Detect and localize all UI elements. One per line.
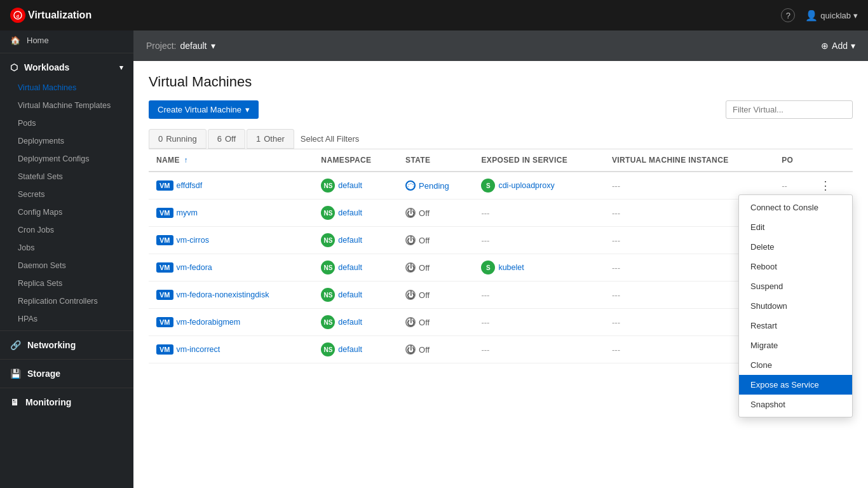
- sidebar-networking-label: Networking: [27, 340, 76, 350]
- state-off: ⏻Off: [405, 290, 466, 300]
- cell-name: VMvm-fedora-nonexistingdisk: [149, 281, 313, 309]
- cell-state: ⏻Off: [398, 227, 473, 254]
- sidebar-rs-label: Replica Sets: [18, 279, 62, 288]
- col-name: NAME ↑: [149, 149, 313, 172]
- user-menu[interactable]: 👤 quicklab ▾: [805, 10, 858, 22]
- vm-name-link[interactable]: vm-fedora-nonexistingdisk: [177, 290, 269, 299]
- vm-badge-icon: VM: [156, 235, 173, 245]
- sidebar-storage-header[interactable]: 💾 Storage: [0, 362, 133, 385]
- ns-link[interactable]: default: [338, 236, 362, 245]
- off-count: 6: [217, 134, 222, 144]
- user-chevron-icon: ▾: [853, 11, 858, 20]
- state-off: ⏻Off: [405, 235, 466, 245]
- service-badge-icon: S: [481, 179, 495, 193]
- context-menu-item[interactable]: Suspend: [739, 276, 852, 296]
- vm-name-link[interactable]: vm-fedora: [177, 263, 212, 272]
- vm-name-link[interactable]: vm-fedorabigmem: [177, 318, 241, 327]
- help-icon[interactable]: ?: [781, 8, 795, 22]
- ns-link[interactable]: default: [338, 263, 362, 272]
- context-menu-item[interactable]: Restart: [739, 316, 852, 336]
- filter-tab-running[interactable]: 0 Running: [149, 129, 207, 149]
- filter-tab-off[interactable]: 6 Off: [208, 129, 245, 149]
- ns-link[interactable]: default: [338, 181, 362, 190]
- ns-badge-icon: NS: [321, 261, 335, 274]
- sidebar-item-jobs[interactable]: Jobs: [0, 239, 133, 257]
- vm-badge-icon: VM: [156, 262, 173, 273]
- service-link[interactable]: cdi-uploadproxy: [498, 181, 554, 190]
- create-vm-button[interactable]: Create Virtual Machine ▾: [149, 100, 259, 119]
- context-menu-item[interactable]: Shutdown: [739, 296, 852, 316]
- sidebar-item-stateful-sets[interactable]: Stateful Sets: [0, 168, 133, 186]
- sidebar-item-pods[interactable]: Pods: [0, 114, 133, 132]
- state-off: ⏻Off: [405, 317, 466, 327]
- state-off: ⏻Off: [405, 262, 466, 273]
- state-off: ⏻Off: [405, 344, 466, 355]
- sidebar-item-replication-controllers[interactable]: Replication Controllers: [0, 292, 133, 310]
- sidebar-networking-header[interactable]: 🔗 Networking: [0, 334, 133, 356]
- page-title: Virtual Machines: [149, 74, 853, 90]
- add-icon: ⊕: [821, 41, 829, 51]
- sidebar-workloads-header[interactable]: ⬡ Workloads ▾: [0, 56, 133, 79]
- sidebar-item-cron-jobs[interactable]: Cron Jobs: [0, 221, 133, 239]
- vm-name-link[interactable]: effdfsdf: [177, 181, 203, 190]
- sidebar-item-secrets[interactable]: Secrets: [0, 186, 133, 203]
- add-chevron-icon: ▾: [851, 41, 855, 51]
- ns-link[interactable]: default: [338, 318, 362, 327]
- service-link[interactable]: kubelet: [498, 263, 524, 272]
- sidebar-item-replica-sets[interactable]: Replica Sets: [0, 274, 133, 292]
- username: quicklab: [820, 11, 851, 20]
- ns-link[interactable]: default: [338, 208, 362, 217]
- filter-input[interactable]: [726, 100, 853, 119]
- sidebar-item-config-maps[interactable]: Config Maps: [0, 203, 133, 221]
- ns-link[interactable]: default: [338, 345, 362, 354]
- cell-name: VMmyvm: [149, 200, 313, 227]
- home-icon: 🏠: [10, 36, 20, 45]
- context-menu-item[interactable]: Clone: [739, 355, 852, 375]
- sidebar-workloads-label: Workloads: [24, 62, 69, 72]
- ns-link[interactable]: default: [338, 290, 362, 299]
- vm-name-link[interactable]: vm-incorrect: [177, 345, 220, 354]
- create-chevron-icon: ▾: [245, 105, 250, 114]
- cell-exposed-service: ---: [473, 200, 604, 227]
- sidebar-item-home[interactable]: 🏠 Home: [0, 30, 133, 50]
- sidebar-item-deployment-configs[interactable]: Deployment Configs: [0, 150, 133, 168]
- cell-namespace: NSdefault: [313, 309, 398, 336]
- sidebar-item-vm-templates[interactable]: Virtual Machine Templates: [0, 97, 133, 114]
- sidebar-item-hpas[interactable]: HPAs: [0, 310, 133, 328]
- sidebar-home-label: Home: [27, 36, 49, 45]
- sidebar-deployments-label: Deployments: [18, 137, 64, 146]
- off-icon: ⏻: [405, 235, 416, 245]
- vm-name-link[interactable]: vm-cirros: [177, 236, 209, 245]
- brand: d Virtualization: [10, 8, 92, 23]
- project-selector[interactable]: Project: default ▾: [146, 41, 215, 51]
- table-header-row: NAME ↑ NAMESPACE STATE EXPOSED IN SERVIC…: [149, 149, 853, 172]
- context-menu-item[interactable]: Snapshot: [739, 395, 852, 414]
- select-all-filters[interactable]: Select All Filters: [301, 134, 359, 144]
- vm-name-link[interactable]: myvm: [177, 208, 198, 217]
- cell-exposed-service: ---: [473, 227, 604, 254]
- cell-name: VMvm-fedora: [149, 254, 313, 281]
- sidebar-item-virtual-machines[interactable]: Virtual Machines: [0, 79, 133, 97]
- context-menu-item[interactable]: Migrate: [739, 336, 852, 355]
- context-menu-item[interactable]: Delete: [739, 237, 852, 257]
- sidebar-item-daemon-sets[interactable]: Daemon Sets: [0, 257, 133, 274]
- ns-badge-icon: NS: [321, 288, 335, 302]
- add-button[interactable]: ⊕ Add ▾: [821, 41, 855, 51]
- brand-name: Virtualization: [28, 10, 92, 21]
- context-menu-item[interactable]: Edit: [739, 217, 852, 237]
- sidebar-ss-label: Stateful Sets: [18, 172, 63, 181]
- ns-badge-icon: NS: [321, 315, 335, 329]
- context-menu-item[interactable]: Connect to Consle: [739, 198, 852, 217]
- row-action-menu-button[interactable]: ⋮: [816, 178, 835, 193]
- cell-state: ⏻Off: [398, 309, 473, 336]
- context-menu-item[interactable]: Reboot: [739, 257, 852, 276]
- no-service: ---: [481, 208, 489, 218]
- sidebar-monitoring-header[interactable]: 🖥 Monitoring: [0, 391, 133, 414]
- filter-tab-other[interactable]: 1 Other: [247, 129, 294, 149]
- sidebar-item-deployments[interactable]: Deployments: [0, 132, 133, 150]
- context-menu-item[interactable]: Expose as Service: [739, 375, 852, 395]
- cell-namespace: NSdefault: [313, 281, 398, 309]
- workloads-icon: ⬡: [10, 62, 18, 72]
- po-value: --: [782, 181, 787, 191]
- sidebar-cj-label: Cron Jobs: [18, 226, 54, 234]
